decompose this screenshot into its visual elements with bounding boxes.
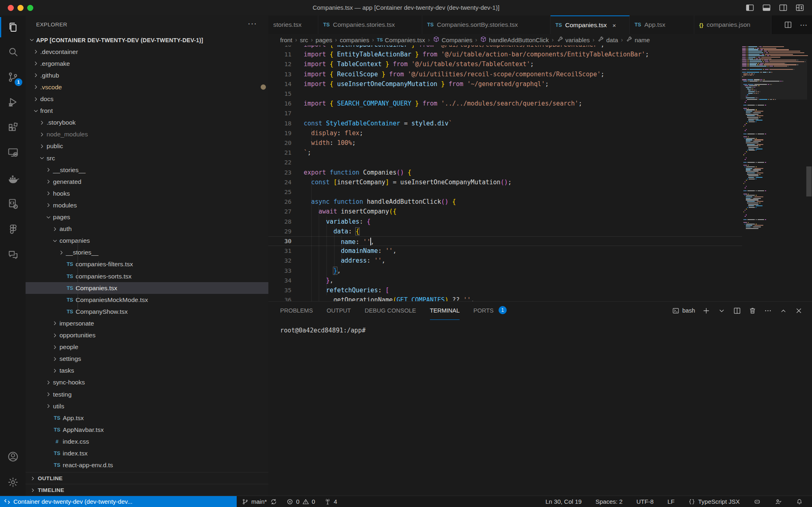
panel-right-icon[interactable] xyxy=(778,3,788,13)
tab-Companies.stories.tsx[interactable]: TSCompanies.stories.tsx xyxy=(318,15,422,34)
section-timeline[interactable]: TIMELINE xyxy=(26,484,268,496)
activity-item-remote-explorer[interactable] xyxy=(0,141,26,164)
tree-item-generated[interactable]: generated xyxy=(26,176,269,188)
tree-item-CompanyShow.tsx[interactable]: TSCompanyShow.tsx xyxy=(26,306,269,317)
tree-item-node_modules[interactable]: node_modules xyxy=(26,129,269,140)
breadcrumb-item-Companies.tsx[interactable]: TSCompanies.tsx xyxy=(377,37,425,43)
breadcrumb-item-variables[interactable]: variables xyxy=(557,36,590,44)
diagnostics-status[interactable]: 00 xyxy=(285,496,317,507)
shell-selector[interactable]: bash xyxy=(672,307,695,315)
activity-item-comments[interactable] xyxy=(0,244,26,266)
panel-tab-debug-console[interactable]: DEBUG CONSOLE xyxy=(365,302,416,319)
tree-item-.github[interactable]: .github xyxy=(26,69,269,81)
tree-item-__stories__[interactable]: __stories__ xyxy=(26,164,269,176)
tree-item-App.tsx[interactable]: TSApp.tsx xyxy=(26,412,269,424)
tree-item-sync-hooks[interactable]: sync-hooks xyxy=(26,377,269,388)
minimap-slider[interactable] xyxy=(741,59,807,99)
code-editor[interactable]: 10import { WithTopBarContainer } from '@… xyxy=(268,45,812,301)
copilot-status[interactable] xyxy=(752,496,762,507)
notifications-bell[interactable] xyxy=(794,496,805,507)
split-editor-icon[interactable] xyxy=(784,20,793,29)
cursor-position-status[interactable]: Ln 30, Col 19 xyxy=(544,496,583,507)
activity-item-extensions[interactable] xyxy=(0,116,26,139)
breadcrumb-item-pages[interactable]: pages xyxy=(315,37,332,43)
activity-item-dev-containers[interactable] xyxy=(0,192,26,215)
activity-item-search[interactable] xyxy=(0,41,26,63)
indentation-status[interactable]: Spaces: 2 xyxy=(594,496,624,507)
tree-item-hooks[interactable]: hooks xyxy=(26,188,269,199)
minimap[interactable] xyxy=(742,45,806,301)
activity-item-docker[interactable] xyxy=(0,167,26,190)
breadcrumb-item-data[interactable]: data xyxy=(597,36,618,44)
tree-item-modules[interactable]: modules xyxy=(26,199,269,211)
activity-item-figma[interactable] xyxy=(0,218,26,241)
tree-item-src[interactable]: src xyxy=(26,152,269,164)
tree-item-testing[interactable]: testing xyxy=(26,388,269,400)
tree-item-utils[interactable]: utils xyxy=(26,400,269,412)
breadcrumb-item-companies[interactable]: companies xyxy=(340,37,369,43)
tree-item-AppNavbar.tsx[interactable]: TSAppNavbar.tsx xyxy=(26,424,269,436)
more-icon[interactable] xyxy=(764,306,772,315)
plus-icon[interactable] xyxy=(702,306,710,315)
tree-item-Companies.tsx[interactable]: TSCompanies.tsx xyxy=(26,282,269,294)
breadcrumb-item-handleAddButtonClick[interactable]: handleAddButtonClick xyxy=(480,36,549,44)
activity-item-explorer[interactable] xyxy=(0,16,26,39)
tree-item-people[interactable]: people xyxy=(26,341,269,353)
language-mode-status[interactable]: TypeScript JSX xyxy=(687,496,741,507)
tree-item-index.tsx[interactable]: TSindex.tsx xyxy=(26,448,269,460)
tree-item-front[interactable]: front xyxy=(26,105,269,117)
activity-item-account[interactable] xyxy=(0,445,26,468)
tree-item-companies-filters.tsx[interactable]: TScompanies-filters.tsx xyxy=(26,259,269,270)
tab-Companies.tsx[interactable]: TSCompanies.tsx× xyxy=(551,15,630,34)
breadcrumb-item-name[interactable]: name xyxy=(626,36,650,44)
breadcrumb-item-front[interactable]: front xyxy=(280,37,292,43)
panel-tab-output[interactable]: OUTPUT xyxy=(327,302,351,319)
tree-item-.ergomake[interactable]: .ergomake xyxy=(26,58,269,69)
panel-tab-terminal[interactable]: TERMINAL xyxy=(430,302,460,320)
tree-item-public[interactable]: public xyxy=(26,140,269,152)
activity-item-settings-gear[interactable] xyxy=(0,471,26,494)
section-outline[interactable]: OUTLINE xyxy=(26,472,268,484)
tree-item-CompaniesMockMode.tsx[interactable]: TSCompaniesMockMode.tsx xyxy=(26,294,269,306)
tree-item-docs[interactable]: docs xyxy=(26,93,269,105)
layout-customize-icon[interactable] xyxy=(795,3,805,13)
forwarded-ports-status[interactable]: 4 xyxy=(322,496,339,507)
tree-item-settings[interactable]: settings xyxy=(26,353,269,365)
activity-item-run-debug[interactable] xyxy=(0,91,26,114)
trash-icon[interactable] xyxy=(748,306,757,315)
tree-item-index.css[interactable]: #index.css xyxy=(26,436,269,447)
tree-item-companies-sorts.tsx[interactable]: TScompanies-sorts.tsx xyxy=(26,270,269,282)
chevron-down-icon[interactable] xyxy=(717,306,726,315)
tab-companies.json[interactable]: {}companies.json xyxy=(694,15,771,34)
editor-more-actions[interactable]: ⋯ xyxy=(800,20,808,30)
close-icon[interactable] xyxy=(795,306,803,315)
tree-item-pages[interactable]: pages xyxy=(26,211,269,223)
eol-status[interactable]: LF xyxy=(666,496,676,507)
encoding-status[interactable]: UTF-8 xyxy=(635,496,655,507)
tree-item-tasks[interactable]: tasks xyxy=(26,365,269,377)
tree-item-react-app-env.d.ts[interactable]: TSreact-app-env.d.ts xyxy=(26,460,269,471)
breadcrumb-item-src[interactable]: src xyxy=(300,37,308,43)
activity-item-source-control[interactable]: 1 xyxy=(0,66,26,88)
tab-Companies.sortBy.stories.tsx[interactable]: TSCompanies.sortBy.stories.tsx xyxy=(422,15,551,34)
editor-scrollbar-thumb[interactable] xyxy=(806,166,812,196)
breadcrumb-item-Companies[interactable]: Companies xyxy=(433,36,473,44)
liveshare-status[interactable] xyxy=(773,496,784,507)
tree-item-auth[interactable]: auth xyxy=(26,223,269,235)
explorer-root-folder[interactable]: APP [CONTAINER DEV-TWENTY-DEV (DEV-TWENT… xyxy=(26,34,268,46)
tree-item-companies[interactable]: companies xyxy=(26,235,269,247)
remote-indicator[interactable]: Container dev-twenty-dev (dev-twenty-dev… xyxy=(0,496,237,507)
tab-App.tsx[interactable]: TSApp.tsx xyxy=(630,15,694,34)
panel-tab-ports[interactable]: PORTS1 xyxy=(473,302,507,319)
git-branch-status[interactable]: main* xyxy=(240,496,268,507)
tree-item-.devcontainer[interactable]: .devcontainer xyxy=(26,46,269,58)
tree-item-opportunities[interactable]: opportunities xyxy=(26,330,269,341)
panel-bottom-icon[interactable] xyxy=(762,3,771,13)
git-sync-status[interactable] xyxy=(268,496,279,507)
tree-item-.vscode[interactable]: .vscode xyxy=(26,81,269,93)
panel-tab-problems[interactable]: PROBLEMS xyxy=(280,302,313,319)
tree-item-.storybook[interactable]: .storybook xyxy=(26,117,269,129)
chevron-up-icon[interactable] xyxy=(779,306,788,315)
split-panel-icon[interactable] xyxy=(733,306,741,315)
tab-stories.tsx[interactable]: stories.tsx xyxy=(268,15,318,34)
